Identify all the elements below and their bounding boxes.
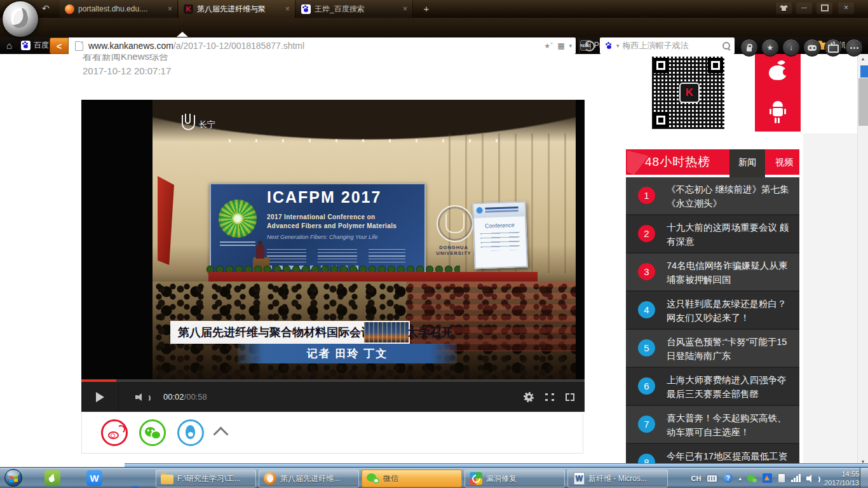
tab-close-icon[interactable]: × (285, 5, 290, 13)
red-chairs (407, 281, 576, 351)
tab-label: 王烨_百度搜索 (315, 4, 365, 15)
scroll-up-arrow[interactable]: ▲ (858, 54, 868, 64)
menu-more-button[interactable] (845, 39, 863, 57)
share-weibo-button[interactable] (101, 419, 128, 446)
folder-icon (161, 475, 173, 484)
taskbar-button-vulnfix[interactable]: 漏洞修复 (465, 470, 565, 487)
search-query[interactable]: 梅西上演帽子戏法 (623, 40, 719, 51)
taskbar-button-folder[interactable]: F:\研究生学习\工... (156, 470, 256, 487)
cheetah-browser-logo[interactable] (2, 1, 39, 37)
hotlist-item-text: 今年已有17地区提高最低工资 (667, 451, 787, 461)
wechat-tray-icon[interactable] (747, 474, 757, 483)
logo-caption-lines (220, 241, 255, 248)
fullscreen-icon[interactable] (566, 393, 574, 401)
chevron-down-icon[interactable]: ▾ (569, 43, 572, 49)
taskbar-button-word[interactable]: W 新纤维 - Micros... (567, 470, 668, 487)
video-tv-button[interactable] (824, 39, 842, 57)
hotlist-item-text: 这只鞋到底是灰绿还是粉白？网友们又吵起来了！ (667, 299, 787, 323)
close-button[interactable]: × (838, 3, 854, 14)
hotlist-item[interactable]: 2 十九大前的这两场重要会议 颇有深意 (626, 215, 799, 254)
volume-tray-icon[interactable] (806, 474, 817, 483)
vulnerability-fix-icon (470, 472, 482, 485)
volume-button[interactable] (135, 393, 148, 402)
donghua-university-label: DONGHUA UNIVERSITY (427, 245, 480, 256)
home-icon[interactable]: ⌂ (6, 40, 12, 51)
slide-header (473, 203, 525, 219)
tab-close-icon[interactable]: × (168, 5, 172, 13)
hotlist-item-text: 台风蓝色预警:“卡努”可能于15日登陆海南广东 (667, 337, 787, 361)
bookmark-baidu[interactable]: 百度 (21, 40, 49, 51)
tab-close-icon[interactable]: × (403, 5, 407, 13)
search-icon[interactable] (722, 42, 730, 50)
divider (579, 39, 580, 53)
play-button[interactable] (81, 382, 119, 412)
refresh-icon[interactable] (584, 41, 595, 51)
baidu-paw-icon (21, 41, 31, 50)
page-scrollbar[interactable]: ▲ ▼ (857, 54, 868, 467)
favorites-button[interactable]: ★ (761, 39, 779, 57)
chevron-down-icon[interactable]: ▾ (616, 43, 620, 49)
start-button[interactable] (4, 469, 22, 487)
clipboard-tray-icon[interactable] (778, 473, 785, 483)
hotlist-item-text: 《不忘初心 继续前进》第七集《永立潮头》 (667, 184, 789, 208)
keyboard-icon[interactable] (707, 475, 717, 482)
scrollbar-thumb[interactable] (858, 78, 868, 126)
app-qr-block: K (628, 54, 751, 132)
hotlist-item[interactable]: 5 台风蓝色预警:“卡努”可能于15日登陆海南广东 (626, 330, 799, 368)
hotlist-item[interactable]: 3 74名电信网络诈骗嫌疑人从柬埔寨被押解回国 (626, 254, 799, 292)
qr-code: K (652, 57, 724, 129)
uploader-tray-icon[interactable] (763, 473, 772, 483)
hotlist-item[interactable]: 6 上海大师赛费纳进入四强争夺 最后三天赛票全部售罄 (626, 368, 799, 406)
language-indicator[interactable]: CH (691, 475, 702, 482)
theater-mode-icon[interactable] (545, 393, 554, 401)
hotlist-tab-video[interactable]: 视频 (769, 149, 799, 175)
new-tab-button[interactable]: + (419, 3, 433, 15)
favorite-add-icon[interactable]: ★+ (544, 41, 553, 50)
share-wechat-button[interactable] (139, 419, 166, 446)
wechat-icon (367, 472, 379, 485)
banner-subtitle: Next Generation Fibers: Changing Your Li… (267, 234, 377, 240)
tab-history-back-icon[interactable]: ↶ (42, 3, 50, 13)
help-icon[interactable]: ? (723, 473, 733, 483)
hotlist-tab-news[interactable]: 新闻 (729, 149, 765, 177)
url-field[interactable]: www.kankanews.com/a/2017-10-12/001818587… (69, 37, 576, 54)
back-button[interactable]: < (50, 37, 69, 54)
clock[interactable]: 14:55 2017/10/13 (824, 470, 859, 487)
apple-icon[interactable] (769, 60, 787, 81)
speaker-figure (256, 245, 264, 259)
show-desktop-button[interactable] (860, 468, 868, 488)
games-button[interactable] (803, 39, 821, 57)
search-box[interactable]: ▾ 梅西上演帽子戏法 (600, 37, 735, 54)
wps-writer-icon[interactable]: W (86, 470, 102, 486)
hidden-icons-arrow[interactable]: ▴ (738, 475, 742, 482)
video-frame[interactable]: ICAFPM 2017 2017 International Conferenc… (81, 100, 585, 379)
browser-tab-3[interactable]: 王烨_百度搜索 × (296, 0, 413, 18)
skin-button[interactable] (776, 3, 792, 14)
hotlist-item-text: 上海大师赛费纳进入四强争夺 最后三天赛票全部售罄 (667, 375, 787, 399)
taskbar-button-wechat[interactable]: 微信 (362, 470, 462, 487)
download-button[interactable]: ↓ (782, 39, 800, 57)
side-panel-tab[interactable] (860, 65, 868, 78)
qr-scan-icon[interactable]: ▦ (557, 41, 564, 50)
maximize-icon (821, 4, 829, 11)
hotlist-item-text: 74名电信网络诈骗嫌疑人从柬埔寨被押解回国 (667, 261, 787, 285)
url-path: /a/2017-10-12/0018185877.shtml (173, 41, 304, 51)
lock-button[interactable] (740, 39, 758, 57)
hotlist-item[interactable]: 4 这只鞋到底是灰绿还是粉白？网友们又吵起来了！ (626, 292, 799, 330)
video-player[interactable]: ICAFPM 2017 2017 International Conferenc… (81, 100, 585, 412)
hotlist-item[interactable]: 7 喜大普奔！今天起购买高铁、动车票可自主选座！ (626, 406, 799, 444)
browser-tab-2-active[interactable]: K 第八届先进纤维与聚 × (179, 0, 295, 18)
maximize-button[interactable] (817, 3, 832, 14)
browser-tab-1[interactable]: portaltest.dhu.edu.... × (60, 0, 178, 18)
taskbar-button-browser[interactable]: 第八届先进纤维... (259, 470, 359, 487)
share-qq-button[interactable] (177, 419, 204, 446)
network-signal-icon[interactable] (791, 474, 801, 482)
settings-gear-icon[interactable] (524, 392, 534, 402)
rank-badge: 2 (638, 225, 655, 242)
minimize-button[interactable]: ─ (796, 3, 812, 14)
hotlist-item[interactable]: 1 《不忘初心 继续前进》第七集《永立潮头》 (626, 177, 799, 215)
collapse-chevron-icon[interactable] (213, 426, 228, 442)
coreldraw-icon[interactable] (44, 470, 60, 486)
android-icon[interactable] (768, 101, 787, 121)
gamepad-icon (808, 45, 817, 51)
